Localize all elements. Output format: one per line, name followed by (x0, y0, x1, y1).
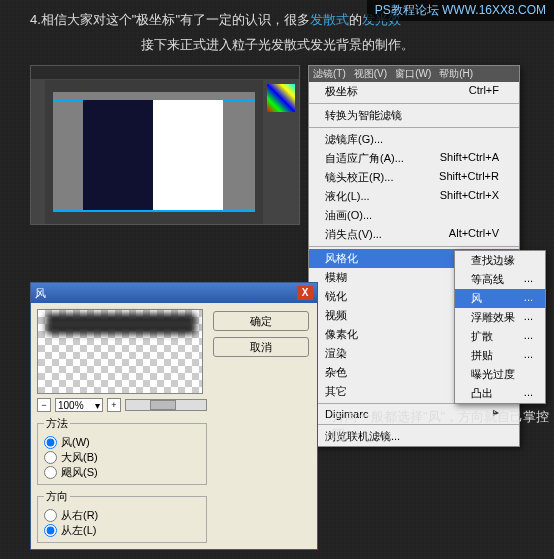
ok-button[interactable]: 确定 (213, 311, 309, 331)
color-swatch-icon (267, 84, 295, 112)
method-group: 方法 风(W)大风(B)飓风(S) (37, 416, 207, 485)
menu-item[interactable]: 镜头校正(R)...Shift+Ctrl+R (309, 168, 519, 187)
method-legend: 方法 (44, 416, 70, 431)
radio-input[interactable] (44, 524, 57, 537)
direction-legend: 方向 (44, 489, 70, 504)
radio-label: 从右(R) (61, 508, 98, 523)
radio-input[interactable] (44, 466, 57, 479)
menu-item[interactable]: 自适应广角(A)...Shift+Ctrl+A (309, 149, 519, 168)
radio-input[interactable] (44, 509, 57, 522)
menu-item[interactable]: 油画(O)... (309, 206, 519, 225)
radio-dir[interactable]: 从右(R) (44, 508, 200, 523)
ps-menubar (31, 66, 299, 80)
ps-palette (263, 80, 299, 224)
watermark: PS教程论坛 WWW.16XX8.COM (367, 0, 554, 21)
intro-line1b: 的 (349, 12, 362, 27)
light-block (153, 100, 223, 210)
menu-item[interactable]: 滤镜库(G)... (309, 130, 519, 149)
radio-method[interactable]: 飓风(S) (44, 465, 200, 480)
scrollbar[interactable] (125, 399, 207, 411)
close-icon[interactable]: X (297, 286, 313, 300)
wind-dialog: 风 X − 100%▾ + 方法 风(W)大风(B)飓风(S) 方向 从右(R)… (30, 282, 318, 550)
zoom-level[interactable]: 100%▾ (55, 398, 103, 412)
radio-label: 从左(L) (61, 523, 96, 538)
direction-group: 方向 从右(R)从左(L) (37, 489, 207, 543)
wind-preview (37, 309, 203, 394)
radio-method[interactable]: 风(W) (44, 435, 200, 450)
menu-item[interactable]: 消失点(V)...Alt+Ctrl+V (309, 225, 519, 244)
menu-head-help[interactable]: 帮助(H) (435, 66, 477, 82)
submenu-item[interactable]: 凸出 (455, 384, 545, 403)
zoom-controls: − 100%▾ + (37, 398, 207, 412)
cancel-button[interactable]: 取消 (213, 337, 309, 357)
zoom-value: 100% (58, 400, 84, 411)
dialog-titlebar: 风 X (31, 283, 317, 303)
chevron-down-icon: ▾ (95, 400, 100, 411)
menu-item[interactable]: 液化(L)...Shift+Ctrl+X (309, 187, 519, 206)
artwork (83, 100, 223, 210)
zoom-in-button[interactable]: + (107, 398, 121, 412)
radio-label: 风(W) (61, 435, 90, 450)
radio-label: 飓风(S) (61, 465, 98, 480)
intro-line1a: 4.相信大家对这个"极坐标"有了一定的认识，很多 (30, 12, 310, 27)
radio-label: 大风(B) (61, 450, 98, 465)
intro-line2: 接下来正式进入粒子光发散式发光背景的制作。 (30, 33, 524, 58)
dark-block (83, 100, 153, 210)
submenu-item[interactable]: 浮雕效果 (455, 308, 545, 327)
menu-item[interactable]: 极坐标Ctrl+F (309, 82, 519, 101)
caption-2: 方向一般都选择"风"，方向就自己掌控吧 (332, 408, 554, 444)
photoshop-thumbnail (30, 65, 300, 225)
ps-toolbar (31, 80, 45, 224)
dialog-title: 风 (35, 286, 46, 301)
radio-input[interactable] (44, 451, 57, 464)
preview-content (46, 314, 196, 334)
submenu-item[interactable]: 拼贴 (455, 346, 545, 365)
ps-canvas (53, 92, 255, 212)
radio-input[interactable] (44, 436, 57, 449)
stylize-submenu[interactable]: 查找边缘等高线风浮雕效果扩散拼贴曝光过度凸出 (454, 250, 546, 404)
separator (309, 103, 519, 104)
radio-dir[interactable]: 从左(L) (44, 523, 200, 538)
submenu-item[interactable]: 等高线 (455, 270, 545, 289)
menu-head-window[interactable]: 窗口(W) (391, 66, 435, 82)
separator (309, 127, 519, 128)
menu-header: 滤镜(T) 视图(V) 窗口(W) 帮助(H) (309, 66, 519, 82)
menu-item[interactable]: 转换为智能滤镜 (309, 106, 519, 125)
link-divergent[interactable]: 发散式 (310, 12, 349, 27)
submenu-item[interactable]: 扩散 (455, 327, 545, 346)
submenu-item[interactable]: 风 (455, 289, 545, 308)
zoom-out-button[interactable]: − (37, 398, 51, 412)
submenu-item[interactable]: 查找边缘 (455, 251, 545, 270)
menu-head-view[interactable]: 视图(V) (350, 66, 391, 82)
menu-head-filter[interactable]: 滤镜(T) (309, 66, 350, 82)
submenu-item[interactable]: 曝光过度 (455, 365, 545, 384)
radio-method[interactable]: 大风(B) (44, 450, 200, 465)
separator (309, 246, 519, 247)
